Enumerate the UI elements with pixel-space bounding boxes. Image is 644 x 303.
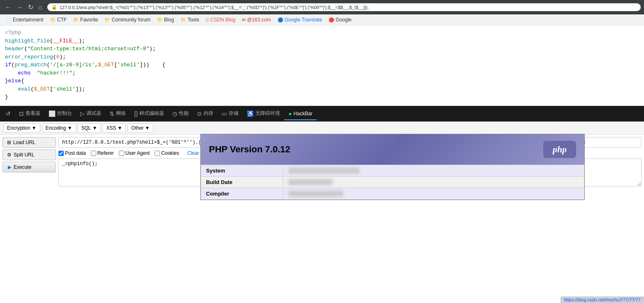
devtools-tab-performance[interactable]: ◷ 性能 (168, 107, 193, 120)
devtools-tab-console[interactable]: ⬜ 控制台 (44, 107, 76, 120)
php-builddate-label: Build Date (201, 177, 283, 188)
back-button[interactable]: ← (3, 3, 13, 12)
devtools-tab-storage[interactable]: ▭ 存储 (218, 107, 243, 120)
php-header: PHP Version 7.0.12 php (201, 134, 584, 165)
accessibility-label: 无障碍环境 (255, 110, 280, 117)
code-line-2: highlight_file(__FILE__); (5, 37, 639, 45)
php-info-panel: PHP Version 7.0.12 php System Build Date (200, 134, 585, 200)
other-menu[interactable]: Other ▼ (127, 124, 153, 133)
bookmark-163[interactable]: ✉ @163.com (239, 16, 273, 23)
post-data-check[interactable] (58, 151, 64, 156)
devtools-tab-inspector[interactable]: ⊡ 查看器 (15, 107, 44, 120)
referer-checkbox[interactable]: Referer (91, 150, 114, 156)
bookmark-csdn-label: CSDN Blog (210, 17, 235, 23)
storage-label: 存储 (229, 110, 239, 117)
refresh-button[interactable]: ↻ (26, 2, 35, 12)
cookies-checkbox[interactable]: Cookies (155, 150, 179, 156)
code-line-1: <?php (5, 29, 639, 37)
php-compiler-label: Compiler (201, 188, 283, 200)
devtools-tab-network[interactable]: ⇅ 网络 (105, 107, 130, 120)
encryption-menu[interactable]: Encryption ▼ (3, 124, 40, 133)
devtools-tab-style-editor[interactable]: {} 样式编辑器 (130, 107, 168, 120)
code-line-9: } (5, 93, 639, 101)
php-table: System Build Date Compiler (201, 165, 584, 200)
bookmark-entertainment-label: Entertainment (13, 17, 44, 23)
referer-check[interactable] (91, 151, 96, 156)
cookies-label: Cookies (161, 150, 179, 156)
blurred-value-1 (288, 168, 359, 174)
reset-icon: ↺ (6, 110, 11, 117)
security-icon: 🔒 (51, 5, 57, 10)
hackbar-toolbar: Encryption ▼ Encoding ▼ SQL ▼ XSS ▼ Othe… (0, 122, 644, 135)
execute-label: Execute (14, 164, 31, 170)
bookmark-google[interactable]: 🔴 Google (326, 16, 354, 23)
main-content: <?php highlight_file(__FILE__); header("… (0, 26, 644, 294)
style-editor-label: 样式编辑器 (139, 110, 164, 117)
encryption-arrow-icon: ▼ (32, 125, 37, 131)
inspector-icon: ⊡ (19, 110, 24, 117)
php-builddate-value (283, 177, 584, 188)
load-url-button[interactable]: ⊞ Load URL (2, 137, 56, 148)
bookmark-favorite[interactable]: 📁 Favorite (71, 16, 100, 23)
execute-button[interactable]: ▶ Execute (2, 162, 56, 172)
table-row: Compiler (201, 188, 584, 200)
bookmark-blog[interactable]: 📁 Blog (155, 16, 176, 23)
storage-icon: ▭ (222, 110, 227, 117)
encoding-menu[interactable]: Encoding ▼ (42, 124, 76, 133)
hackbar-label: HackBar (294, 111, 313, 117)
bookmark-csdn[interactable]: C CSDN Blog (203, 16, 238, 23)
code-area: <?php highlight_file(__FILE__); header("… (0, 26, 644, 106)
blurred-value-3 (288, 191, 343, 197)
network-icon: ⇅ (109, 110, 114, 117)
encoding-arrow-icon: ▼ (67, 125, 72, 131)
devtools-reset[interactable]: ↺ (2, 108, 15, 120)
code-line-4: error_reporting(0); (5, 53, 639, 61)
xss-menu[interactable]: XSS ▼ (102, 124, 126, 133)
user-agent-checkbox[interactable]: User Agent (119, 150, 150, 156)
split-url-button[interactable]: ⚙ Split URL (2, 149, 56, 160)
bookmark-entertainment[interactable]: 📄 Entertainment (3, 16, 46, 23)
devtools-tab-debugger[interactable]: ▷ 调试器 (76, 107, 105, 120)
browser-chrome: ← → ↻ ⌂ 🔒 127.0.0.1/test.php?shell=$_=('… (0, 0, 644, 14)
devtools-tab-memory[interactable]: ⊙ 内存 (193, 107, 218, 120)
memory-label: 内存 (204, 110, 213, 117)
sql-menu[interactable]: SQL ▼ (78, 124, 101, 133)
bookmark-community[interactable]: 📁 Community forum (102, 16, 153, 23)
post-data-label: Post data (65, 150, 86, 156)
style-editor-icon: {} (134, 110, 138, 117)
php-version: PHP Version 7.0.12 (209, 144, 290, 155)
encryption-label: Encryption (7, 125, 30, 131)
bookmark-entertainment-icon: 📄 (6, 17, 12, 23)
content-wrapper: <?php highlight_file(__FILE__); header("… (0, 26, 644, 106)
code-line-6: echo "hacker!!!"; (5, 69, 639, 77)
php-logo: php (543, 141, 576, 158)
devtools-tab-accessibility[interactable]: ♿ 无障碍环境 (243, 107, 284, 120)
bookmark-tools-label: Tools (188, 17, 199, 23)
user-agent-label: User Agent (125, 150, 150, 156)
bookmark-tools[interactable]: 📁 Tools (178, 16, 202, 23)
performance-icon: ◷ (172, 110, 177, 117)
bookmark-google-translate[interactable]: 🔵 Google Translate (275, 16, 324, 23)
blurred-value-2 (288, 179, 333, 185)
forward-button[interactable]: → (15, 3, 25, 12)
bookmark-ctf[interactable]: 📁 CTF (48, 16, 69, 23)
code-line-3: header("Content-type:text/html;charset=u… (5, 45, 639, 53)
address-bar[interactable]: 🔒 127.0.0.1/test.php?shell=$_=('%01'^'')… (47, 3, 641, 11)
devtools-tab-hackbar[interactable]: ● HackBar (284, 108, 316, 120)
cookies-check[interactable] (155, 151, 160, 156)
url-display: 127.0.0.1/test.php?shell=$_=('%01'^'').(… (60, 5, 369, 10)
bookmark-163-icon: ✉ (242, 17, 246, 23)
table-row: Build Date (201, 177, 584, 188)
post-data-checkbox[interactable]: Post data (58, 150, 86, 156)
load-url-icon: ⊞ (7, 140, 11, 145)
php-system-label: System (201, 165, 283, 177)
xss-label: XSS (106, 125, 116, 131)
user-agent-check[interactable] (119, 151, 124, 156)
bookmark-blog-label: Blog (164, 17, 174, 23)
network-label: 网络 (116, 110, 126, 117)
bookmark-ctf-label: CTF (57, 17, 67, 23)
bookmarks-bar: 📄 Entertainment 📁 CTF 📁 Favorite 📁 Commu… (0, 14, 644, 26)
php-compiler-value (283, 188, 584, 200)
home-button[interactable]: ⌂ (37, 3, 44, 12)
php-logo-text: php (553, 144, 567, 155)
